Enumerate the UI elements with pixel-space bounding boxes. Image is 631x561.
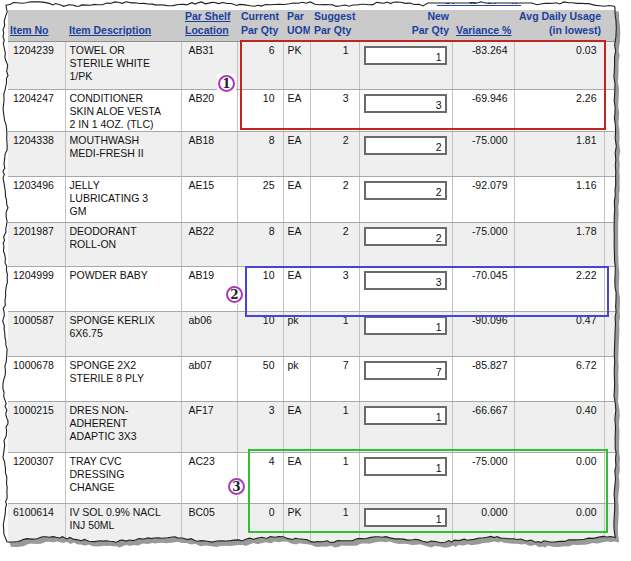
cell-item-no: 1000678 xyxy=(8,357,65,402)
cell-item-no: 1204999 xyxy=(8,267,65,312)
table-row: 1203496 JELLY LUBRICATING 3 GM AE15 25 E… xyxy=(8,177,617,223)
col-header-item-no-label: Item No xyxy=(10,24,49,36)
cell-variance: -66.667 xyxy=(452,402,514,453)
annotation-box-2 xyxy=(245,266,609,317)
col-header-par-shelf-location-label: Par Shelf Location xyxy=(185,10,231,36)
callout-3-number: 3 xyxy=(228,478,245,495)
cell-current-par-qty: 8 xyxy=(237,223,283,267)
new-par-qty-input[interactable] xyxy=(364,361,447,380)
new-par-qty-input[interactable] xyxy=(364,181,447,200)
col-header-avg-daily-usage: Avg Daily Usage (in lowest) xyxy=(514,10,604,42)
col-header-variance[interactable]: Variance % xyxy=(452,10,514,42)
cell-suggest-par-qty: 1 xyxy=(310,312,359,357)
col-header-new-par-qty-label: New Par Qty xyxy=(412,10,449,36)
cell-par-shelf-location: AE15 xyxy=(181,177,237,223)
new-par-qty-input[interactable] xyxy=(364,406,447,425)
cell-variance: -85.827 xyxy=(452,357,514,402)
cell-variance: -92.079 xyxy=(452,177,514,223)
col-header-current-par-qty-label: Current Par Qty xyxy=(241,10,279,36)
cell-item-description: SPONGE 2X2 STERILE 8 PLY xyxy=(65,357,181,402)
cell-item-description: JELLY LUBRICATING 3 GM xyxy=(65,177,181,223)
cell-avg-daily-usage: 0.47 xyxy=(514,312,604,357)
clipped-link-underline xyxy=(437,5,521,6)
cell-item-description: SPONGE KERLIX 6X6.75 xyxy=(65,312,181,357)
cell-variance: -90.096 xyxy=(452,312,514,357)
cell-new-par-qty xyxy=(359,132,452,177)
cell-item-description: POWDER BABY xyxy=(65,267,181,312)
cell-par-uom: EA xyxy=(283,402,310,453)
cell-par-uom: EA xyxy=(283,223,310,267)
col-header-suggest-par-qty-label: Suggest Par Qty xyxy=(314,10,355,36)
annotation-box-3 xyxy=(248,449,608,533)
cell-variance: -75.000 xyxy=(452,223,514,267)
cell-par-uom: EA xyxy=(283,132,310,177)
cell-new-par-qty xyxy=(359,177,452,223)
cell-avg-daily-usage: 1.78 xyxy=(514,223,604,267)
cell-par-shelf-location: ab06 xyxy=(181,312,237,357)
cell-suggest-par-qty: 2 xyxy=(310,132,359,177)
col-header-new-par-qty: New Par Qty xyxy=(359,10,452,42)
cell-new-par-qty xyxy=(359,402,452,453)
col-header-item-no[interactable]: Item No xyxy=(8,10,65,42)
col-header-par-shelf-location[interactable]: Par Shelf Location xyxy=(181,10,237,42)
cell-item-no: 1203496 xyxy=(8,177,65,223)
table-row: 1000678 SPONGE 2X2 STERILE 8 PLY ab07 50… xyxy=(8,357,617,402)
annotation-callout-1: 1 xyxy=(217,74,236,93)
cell-item-description: MOUTHWASH MEDI-FRESH II xyxy=(65,132,181,177)
callout-1-number: 1 xyxy=(218,75,235,92)
col-header-current-par-qty: Current Par Qty xyxy=(237,10,283,42)
col-header-suggest-par-qty: Suggest Par Qty xyxy=(310,10,359,42)
cell-item-no: 1000587 xyxy=(8,312,65,357)
cell-item-no: 1200307 xyxy=(8,453,65,504)
cell-par-shelf-location: ab07 xyxy=(181,357,237,402)
cell-avg-daily-usage: 6.72 xyxy=(514,357,604,402)
table-row: 1000215 DRES NON- ADHERENT ADAPTIC 3X3 A… xyxy=(8,402,617,453)
cell-suggest-par-qty: 2 xyxy=(310,223,359,267)
cell-item-no: 1204338 xyxy=(8,132,65,177)
cell-suggest-par-qty: 2 xyxy=(310,177,359,223)
cell-new-par-qty xyxy=(359,357,452,402)
cell-current-par-qty: 25 xyxy=(237,177,283,223)
table-row: 1201987 DEODORANT ROLL-ON AB22 8 EA 2 -7… xyxy=(8,223,617,267)
table-row: 1204338 MOUTHWASH MEDI-FRESH II AB18 8 E… xyxy=(8,132,617,177)
cell-par-uom: pk xyxy=(283,357,310,402)
cell-avg-daily-usage: 1.81 xyxy=(514,132,604,177)
screenshot-canvas: xgpxqyxgpxqyxg Item No Item Description … xyxy=(0,0,631,561)
cell-suggest-par-qty: 1 xyxy=(310,402,359,453)
cell-spacer xyxy=(604,132,617,177)
cell-par-shelf-location: AF17 xyxy=(181,402,237,453)
cell-spacer xyxy=(604,402,617,453)
cell-avg-daily-usage: 0.40 xyxy=(514,402,604,453)
col-header-item-description-label: Item Description xyxy=(69,24,151,36)
cell-item-description: CONDITIONER SKIN ALOE VESTA 2 IN 1 4OZ. … xyxy=(65,90,181,132)
header-row: Item No Item Description Par Shelf Locat… xyxy=(8,10,617,42)
cell-item-description: TRAY CVC DRESSING CHANGE xyxy=(65,453,181,504)
cell-avg-daily-usage: 1.16 xyxy=(514,177,604,223)
cell-item-no: 1000215 xyxy=(8,402,65,453)
cell-par-shelf-location: AB22 xyxy=(181,223,237,267)
table-row: 1000587 SPONGE KERLIX 6X6.75 ab06 10 pk … xyxy=(8,312,617,357)
col-header-par-uom-label: Par UOM xyxy=(287,10,310,36)
cell-item-no: 1201987 xyxy=(8,223,65,267)
col-header-par-uom: Par UOM xyxy=(283,10,310,42)
col-header-spacer xyxy=(604,10,617,42)
new-par-qty-input[interactable] xyxy=(364,136,447,155)
cell-par-uom: pk xyxy=(283,312,310,357)
cell-current-par-qty: 8 xyxy=(237,132,283,177)
cell-par-shelf-location: BC05 xyxy=(181,504,237,544)
cell-par-uom: EA xyxy=(283,177,310,223)
cell-new-par-qty xyxy=(359,223,452,267)
cell-suggest-par-qty: 7 xyxy=(310,357,359,402)
cell-item-description: TOWEL OR STERILE WHITE 1/PK xyxy=(65,42,181,90)
cell-item-no: 1204247 xyxy=(8,90,65,132)
cell-item-description: DEODORANT ROLL-ON xyxy=(65,223,181,267)
new-par-qty-input[interactable] xyxy=(364,316,447,335)
cell-par-shelf-location: AB18 xyxy=(181,132,237,177)
col-header-item-description[interactable]: Item Description xyxy=(65,10,181,42)
cell-item-description: DRES NON- ADHERENT ADAPTIC 3X3 xyxy=(65,402,181,453)
new-par-qty-input[interactable] xyxy=(364,227,447,246)
cell-par-shelf-location: AB20 xyxy=(181,90,237,132)
cell-new-par-qty xyxy=(359,312,452,357)
cell-current-par-qty: 10 xyxy=(237,312,283,357)
cell-variance: -75.000 xyxy=(452,132,514,177)
